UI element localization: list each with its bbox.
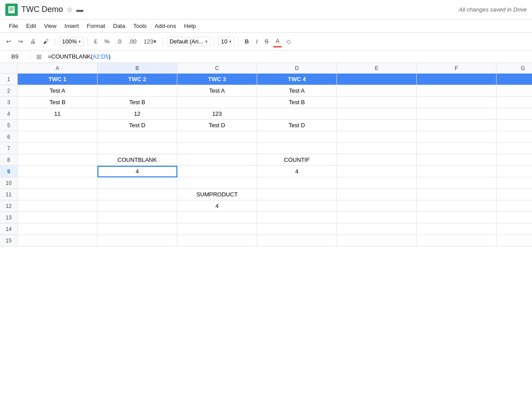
list-item[interactable] <box>497 212 532 223</box>
list-item[interactable] <box>98 143 177 154</box>
font-family-dropdown[interactable]: Default (Ari... ▾ <box>167 37 211 46</box>
list-item[interactable] <box>98 177 177 189</box>
menu-help[interactable]: Help <box>180 21 200 31</box>
list-item[interactable]: TWC 3 <box>177 74 257 85</box>
list-item[interactable] <box>257 143 337 154</box>
menu-addons[interactable]: Add-ons <box>151 21 180 31</box>
list-item[interactable] <box>337 131 417 143</box>
list-item[interactable] <box>257 108 337 120</box>
list-item[interactable] <box>337 200 417 212</box>
undo-button[interactable]: ↩ <box>4 36 14 47</box>
menu-format[interactable]: Format <box>83 21 109 31</box>
list-item[interactable]: Test A <box>177 85 257 97</box>
list-item[interactable] <box>18 166 98 177</box>
list-item[interactable] <box>337 223 417 235</box>
list-item[interactable] <box>497 235 532 246</box>
row-number[interactable]: 14 <box>0 223 18 235</box>
row-number[interactable]: 7 <box>0 143 18 154</box>
list-item[interactable] <box>177 143 257 154</box>
list-item[interactable] <box>257 223 337 235</box>
formula-expand-icon[interactable]: ⊞ <box>34 53 44 60</box>
row-number[interactable]: 1 <box>0 74 18 85</box>
list-item[interactable] <box>497 143 532 154</box>
list-item[interactable] <box>417 189 497 200</box>
list-item[interactable]: 4 <box>98 166 177 177</box>
list-item[interactable] <box>98 235 177 246</box>
row-number[interactable]: 3 <box>0 97 18 108</box>
list-item[interactable] <box>18 223 98 235</box>
col-header-d[interactable]: D <box>257 63 337 74</box>
list-item[interactable] <box>337 120 417 131</box>
list-item[interactable] <box>177 154 257 166</box>
list-item[interactable]: TWC 2 <box>98 74 177 85</box>
list-item[interactable] <box>18 154 98 166</box>
list-item[interactable] <box>497 223 532 235</box>
list-item[interactable] <box>177 212 257 223</box>
list-item[interactable]: 11 <box>18 108 98 120</box>
list-item[interactable] <box>497 74 532 85</box>
col-header-c[interactable]: C <box>177 63 257 74</box>
list-item[interactable]: Test A <box>257 85 337 97</box>
list-item[interactable]: COUNTIF <box>257 154 337 166</box>
col-header-g[interactable]: G <box>497 63 532 74</box>
list-item[interactable] <box>337 143 417 154</box>
col-header-f[interactable]: F <box>417 63 497 74</box>
list-item[interactable]: 4 <box>177 200 257 212</box>
list-item[interactable] <box>337 97 417 108</box>
list-item[interactable] <box>497 177 532 189</box>
list-item[interactable] <box>337 189 417 200</box>
list-item[interactable] <box>417 235 497 246</box>
list-item[interactable] <box>177 166 257 177</box>
list-item[interactable] <box>497 85 532 97</box>
row-number[interactable]: 5 <box>0 120 18 131</box>
col-header-e[interactable]: E <box>337 63 417 74</box>
list-item[interactable] <box>417 108 497 120</box>
decimal-decrease-button[interactable]: .0 <box>114 36 124 47</box>
list-item[interactable] <box>337 166 417 177</box>
list-item[interactable] <box>177 131 257 143</box>
list-item[interactable] <box>497 120 532 131</box>
zoom-dropdown[interactable]: 100% ▾ <box>59 37 84 46</box>
row-number[interactable]: 4 <box>0 108 18 120</box>
redo-button[interactable]: ↪ <box>16 36 26 47</box>
paint-format-button[interactable]: 🖌 <box>40 36 51 47</box>
list-item[interactable]: Test D <box>177 120 257 131</box>
list-item[interactable] <box>98 131 177 143</box>
list-item[interactable] <box>337 74 417 85</box>
list-item[interactable]: Test A <box>18 85 98 97</box>
list-item[interactable]: SUMPRODUCT <box>177 189 257 200</box>
list-item[interactable] <box>18 120 98 131</box>
list-item[interactable] <box>18 189 98 200</box>
decimal-increase-button[interactable]: .00 <box>126 36 139 47</box>
list-item[interactable] <box>417 166 497 177</box>
list-item[interactable] <box>18 200 98 212</box>
print-button[interactable]: 🖨 <box>27 36 39 47</box>
percent-button[interactable]: % <box>102 36 112 47</box>
list-item[interactable] <box>417 74 497 85</box>
list-item[interactable] <box>417 212 497 223</box>
menu-file[interactable]: File <box>5 21 22 31</box>
list-item[interactable] <box>177 235 257 246</box>
currency-button[interactable]: £ <box>91 36 100 47</box>
list-item[interactable] <box>18 131 98 143</box>
list-item[interactable] <box>337 177 417 189</box>
list-item[interactable] <box>257 189 337 200</box>
list-item[interactable] <box>177 223 257 235</box>
list-item[interactable] <box>177 97 257 108</box>
list-item[interactable] <box>417 120 497 131</box>
list-item[interactable] <box>98 85 177 97</box>
list-item[interactable] <box>18 212 98 223</box>
row-number[interactable]: 13 <box>0 212 18 223</box>
list-item[interactable] <box>337 212 417 223</box>
row-number[interactable]: 2 <box>0 85 18 97</box>
list-item[interactable] <box>257 235 337 246</box>
list-item[interactable] <box>337 85 417 97</box>
list-item[interactable] <box>98 189 177 200</box>
list-item[interactable] <box>18 177 98 189</box>
list-item[interactable] <box>18 235 98 246</box>
number-format-button[interactable]: 123▾ <box>141 36 159 47</box>
menu-tools[interactable]: Tools <box>129 21 150 31</box>
menu-data[interactable]: Data <box>110 21 129 31</box>
list-item[interactable]: 123 <box>177 108 257 120</box>
list-item[interactable]: COUNTBLANK <box>98 154 177 166</box>
